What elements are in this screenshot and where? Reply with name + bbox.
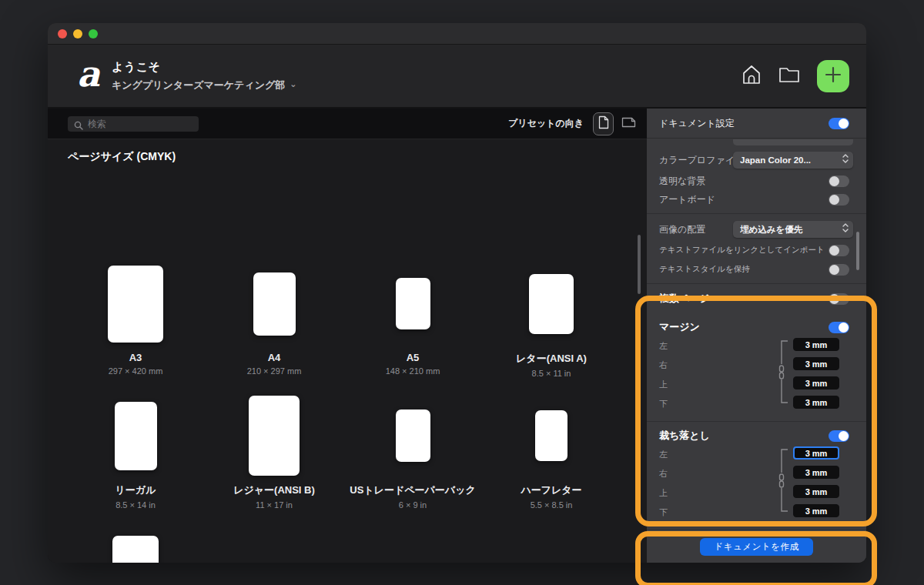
link-values-icon[interactable] [775, 448, 789, 516]
page-thumbnail [535, 410, 567, 461]
preset-name: A5 [407, 352, 420, 363]
stepper-icon [842, 153, 849, 167]
chevron-down-icon: ⌄ [290, 79, 296, 89]
divider [647, 283, 866, 284]
zoom-window-button[interactable] [89, 29, 98, 38]
document-settings-toggle[interactable] [829, 118, 849, 129]
page-thumbnail [396, 410, 430, 462]
page-thumbnail [112, 536, 159, 563]
divider [647, 421, 866, 422]
orientation-portrait-button[interactable] [593, 112, 614, 135]
preset-dimensions: 5.5 × 8.5 in [531, 500, 573, 510]
folder-icon [778, 66, 800, 85]
transparent-background-toggle[interactable] [829, 176, 849, 187]
preset-card-legal[interactable]: リーガル 8.5 × 14 in [66, 395, 205, 510]
bleed-top-input[interactable] [793, 485, 839, 498]
page-thumbnail [529, 274, 574, 334]
sidebar-footer: ドキュメントを作成 [647, 530, 866, 563]
document-settings-panel: ドキュメント設定 カラープロファイル Japan Color 20... [647, 109, 866, 563]
search-toolbar: プリセットの向き [48, 109, 647, 139]
margin-bottom-input[interactable] [793, 396, 839, 409]
preset-card-a4[interactable]: A4 210 × 297 mm [205, 262, 343, 376]
image-placement-dropdown[interactable]: 埋め込みを優先 [733, 221, 853, 238]
home-button[interactable] [742, 64, 762, 88]
multiple-pages-label: 複数ページ [659, 292, 829, 306]
keep-text-styles-toggle[interactable] [829, 264, 849, 276]
orientation-landscape-button[interactable] [619, 112, 638, 135]
preset-name: レジャー(ANSI B) [233, 483, 315, 497]
account-selector[interactable]: キングプリンターズマーケティング部 ⌄ [112, 79, 742, 92]
welcome-window: a ようこそ キングプリンターズマーケティング部 ⌄ [48, 23, 866, 563]
preset-card-letter[interactable]: レター(ANSI A) 8.5 × 11 in [482, 262, 621, 378]
margin-left-input[interactable] [793, 338, 839, 351]
margin-right-label: 右 [659, 359, 668, 371]
bleed-left-label: 左 [659, 449, 668, 460]
preset-dimensions: 8.5 × 11 in [532, 369, 571, 378]
preset-card-a3[interactable]: A3 297 × 420 mm [66, 262, 205, 376]
text-link-import-toggle[interactable] [829, 245, 849, 256]
artboard-label: アートボード [659, 193, 829, 206]
transparent-background-label: 透明な背景 [659, 175, 829, 188]
search-box [68, 116, 199, 132]
keep-text-styles-label: テキストスタイルを保持 [659, 264, 829, 275]
new-document-button[interactable] [817, 60, 849, 92]
welcome-header: a ようこそ キングプリンターズマーケティング部 ⌄ [48, 45, 866, 109]
preset-dimensions: 6 × 9 in [399, 500, 427, 510]
page-thumbnail [396, 278, 430, 329]
bleed-bottom-input[interactable] [793, 504, 839, 517]
document-settings-title: ドキュメント設定 [659, 117, 829, 130]
margin-fields: 左 右 上 下 [647, 336, 866, 413]
plus-icon [824, 65, 842, 86]
bleed-title: 裁ち落とし [659, 429, 829, 443]
account-name: キングプリンターズマーケティング部 [112, 79, 285, 92]
link-values-icon[interactable] [775, 339, 789, 407]
clipped-dropdown[interactable] [733, 139, 853, 145]
margins-title: マージン [659, 320, 829, 334]
page-size-heading: ページサイズ (CMYK) [68, 150, 176, 164]
preset-name: USトレードペーパーバック [350, 483, 476, 497]
affinity-logo: a [73, 58, 104, 94]
margins-toggle[interactable] [829, 322, 849, 333]
window-titlebar [48, 23, 866, 45]
color-profile-dropdown[interactable]: Japan Color 20... [733, 152, 853, 169]
preset-card-oversize-magazine[interactable]: 特大雑誌 9 × 12 in [66, 528, 205, 563]
bleed-right-input[interactable] [793, 466, 839, 479]
preset-card-half-letter[interactable]: ハーフレター 5.5 × 8.5 in [482, 395, 621, 510]
margin-top-input[interactable] [793, 376, 839, 389]
close-window-button[interactable] [58, 29, 67, 38]
create-document-button[interactable]: ドキュメントを作成 [700, 538, 813, 556]
search-icon [74, 119, 83, 133]
document-settings-header: ドキュメント設定 [647, 109, 866, 139]
margin-left-label: 左 [659, 340, 668, 352]
preset-panel: プリセットの向き ページサイズ (CMYK) [48, 109, 647, 563]
preset-card-ledger[interactable]: レジャー(ANSI B) 11 × 17 in [205, 395, 343, 510]
margin-top-label: 上 [659, 379, 668, 390]
bleed-toggle[interactable] [829, 430, 849, 442]
page-thumbnail [108, 266, 163, 343]
page-thumbnail [253, 272, 296, 336]
preset-name: ハーフレター [521, 483, 581, 497]
preset-dimensions: 148 × 210 mm [386, 366, 440, 376]
settings-scroll-area: カラープロファイル Japan Color 20... 透明な背景 [647, 139, 866, 531]
page-thumbnail [115, 402, 157, 470]
landscape-page-icon [621, 117, 636, 130]
bleed-left-input[interactable] [793, 446, 839, 460]
divider [647, 213, 866, 214]
margin-bottom-label: 下 [659, 398, 668, 410]
multiple-pages-toggle[interactable] [829, 293, 849, 305]
preset-dimensions: 11 × 17 in [256, 500, 293, 510]
preset-name: A4 [268, 352, 281, 363]
search-input[interactable] [68, 116, 199, 132]
preset-card-a5[interactable]: A5 148 × 210 mm [343, 262, 482, 376]
open-file-button[interactable] [778, 66, 800, 85]
main-scrollbar[interactable] [638, 235, 641, 294]
sidebar-scrollbar[interactable] [856, 232, 859, 270]
margin-right-input[interactable] [793, 357, 839, 370]
home-icon [742, 64, 762, 88]
minimize-window-button[interactable] [73, 29, 82, 38]
preset-card-us-trade[interactable]: USトレードペーパーバック 6 × 9 in [343, 395, 482, 510]
desktop: a ようこそ キングプリンターズマーケティング部 ⌄ [0, 0, 924, 585]
page-title: ようこそ [112, 60, 742, 75]
artboard-toggle[interactable] [829, 194, 849, 206]
preset-dimensions: 8.5 × 14 in [116, 500, 156, 510]
